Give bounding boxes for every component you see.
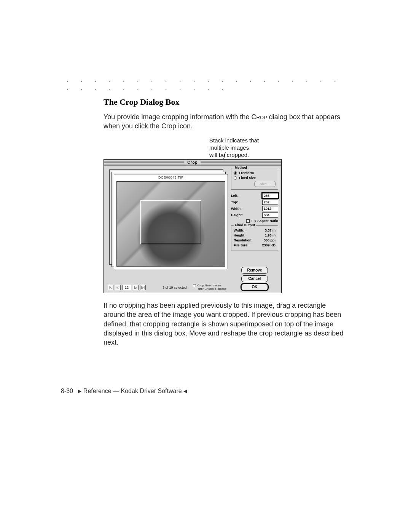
stack-card-front: DCS00045.TIF (114, 174, 228, 269)
ok-button[interactable]: OK (241, 284, 268, 291)
checkbox-icon (246, 219, 250, 223)
fix-ar-label: Fix Aspect Ratio (252, 219, 278, 223)
fo-filesize-value: 2309 KB (262, 243, 276, 247)
crop-dialog: Crop DCS00045.TIF |◁ ◁ 12 (104, 159, 282, 293)
triangle-left-icon: ◀ (183, 388, 187, 394)
page-number: 8-30 (61, 388, 73, 394)
crop-new-l2: after Shutter Release (198, 287, 226, 291)
fixed-size-label: Fixed Size (239, 176, 256, 180)
coords-group: Left: 266 Top: 262 Width: 1012 Height: 5… (231, 191, 278, 224)
nav-last-button[interactable]: ▷| (140, 285, 146, 290)
selection-count: 3 of 19 selected (162, 286, 187, 289)
radio-checked-icon (234, 171, 237, 175)
preview-image[interactable] (116, 181, 225, 267)
dotted-rule: . . . . . . . . . . . . . . . . . . . . … (67, 76, 348, 92)
freeform-radio[interactable]: Freeform (234, 171, 276, 175)
final-output-label: Final Output (234, 223, 256, 227)
fo-filesize-label: File Size: (234, 243, 249, 247)
final-output-group: Final Output Width: 3.37 in Height: 1.95… (231, 225, 278, 251)
dialog-title: Crop (184, 160, 201, 165)
crop-rectangle[interactable] (140, 200, 201, 244)
fo-height-value: 1.95 in (265, 233, 276, 237)
method-group-label: Method (234, 166, 248, 169)
remove-button[interactable]: Remove (241, 267, 268, 274)
fo-width-label: Width: (234, 228, 244, 232)
top-input[interactable]: 262 (262, 200, 278, 205)
height-label: Height: (231, 213, 243, 217)
crop-new-checkbox-icon (193, 284, 196, 287)
intro-paragraph: You provide image cropping information w… (104, 112, 347, 131)
image-stack: DCS00045.TIF (109, 169, 225, 268)
cancel-button[interactable]: Cancel (241, 275, 268, 282)
left-input[interactable]: 266 (262, 193, 278, 198)
triangle-right-icon: ▶ (78, 388, 81, 394)
footer-text: Reference — Kodak Driver Software (83, 388, 182, 394)
nav-row: |◁ ◁ 12 ▷ ▷| 3 of 19 selected Crop New I… (108, 284, 226, 291)
fix-aspect-ratio-checkbox[interactable]: Fix Aspect Ratio (231, 219, 278, 223)
callout-line-3: will be cropped. (209, 152, 249, 158)
fo-res-label: Resolution: (234, 238, 253, 242)
preview-pane: DCS00045.TIF |◁ ◁ 12 ▷ ▷| 3 of 19 select… (104, 166, 230, 293)
nav-prev-button[interactable]: ◁ (115, 285, 121, 290)
crop-new-l1: Crop New Images (197, 284, 221, 287)
page-footer: 8-30 ▶ Reference — Kodak Driver Software… (61, 388, 187, 395)
callout-line-1: Stack indicates that (209, 137, 259, 144)
left-label: Left: (231, 194, 239, 198)
crop-new-images-option[interactable]: Crop New Images after Shutter Release (193, 284, 226, 291)
top-label: Top: (231, 200, 238, 204)
preview-filename: DCS00045.TIF (114, 176, 228, 179)
width-input[interactable]: 1012 (262, 206, 278, 211)
nav-first-button[interactable]: |◁ (108, 285, 113, 290)
controls-pane: Method Freeform Fixed Size Size… Left: 2… (230, 166, 281, 293)
fo-width-value: 3.37 in (265, 228, 276, 232)
method-group: Method Freeform Fixed Size Size… (231, 168, 278, 190)
fixed-size-radio[interactable]: Fixed Size (234, 176, 276, 180)
fo-height-label: Height: (234, 233, 245, 237)
dialog-titlebar[interactable]: Crop (104, 160, 281, 166)
callout-line-2: multiple images (209, 144, 249, 151)
radio-unchecked-icon (234, 176, 237, 180)
height-input[interactable]: 584 (262, 212, 278, 218)
width-label: Width: (231, 207, 242, 211)
fo-res-value: 300 ppi (264, 238, 276, 242)
body-paragraph: If no cropping has been applied previous… (104, 301, 347, 347)
para1-smallcaps: Crop (252, 113, 267, 121)
size-button: Size… (254, 181, 276, 187)
callout-text: Stack indicates that multiple images wil… (209, 137, 259, 158)
nav-next-button[interactable]: ▷ (133, 285, 139, 290)
freeform-label: Freeform (239, 171, 254, 175)
para1-part-a: You provide image cropping information w… (104, 113, 252, 121)
section-heading: The Crop Dialog Box (104, 97, 347, 107)
nav-index-field[interactable]: 12 (122, 285, 131, 290)
